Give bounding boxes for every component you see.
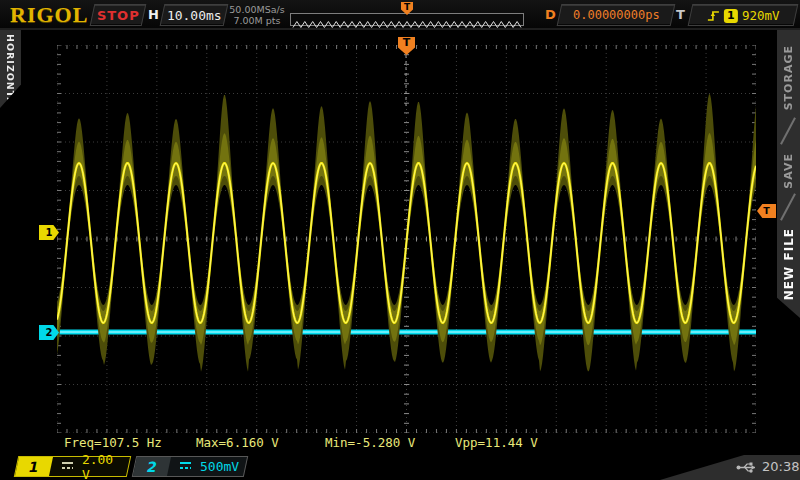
channel2-badge: 2 [133, 457, 171, 476]
dc-coupling-icon [179, 462, 192, 471]
horizontal-menu-tab[interactable]: HORIZONTAL [0, 30, 21, 108]
channel1-position-marker[interactable]: 1 [39, 225, 59, 240]
horizontal-label: H [148, 7, 159, 22]
measurement-vpp: Vpp=11.44 V [455, 435, 538, 449]
trigger-readout[interactable]: 1 920mV [688, 4, 799, 26]
menu-item-storage-label: STORAGE [782, 45, 795, 110]
run-state-label: STOP [97, 8, 140, 23]
delay-value: 0.00000000ps [573, 8, 660, 22]
run-state-indicator[interactable]: STOP [90, 4, 147, 26]
channel1-badge: 1 [15, 457, 53, 476]
usb-icon [736, 461, 760, 474]
menu-item-save-label: SAVE [782, 153, 795, 189]
delay-readout[interactable]: 0.00000000ps [557, 4, 676, 26]
rigol-logo: RIGOL [10, 2, 88, 28]
measurement-min: Min=-5.280 V [325, 435, 415, 449]
trigger-level-value: 920mV [742, 8, 780, 23]
menu-item-save[interactable]: SAVE [777, 138, 800, 204]
right-menu: STORAGE SAVE NEW FILE [777, 30, 800, 318]
oscilloscope-screen: RIGOL STOP H 10.00ms 50.00MSa/s 7.00M pt… [0, 0, 800, 480]
menu-item-storage[interactable]: STORAGE [777, 32, 800, 124]
trigger-level-marker[interactable]: T [757, 204, 776, 218]
channel2-position-marker[interactable]: 2 [39, 325, 59, 340]
trigger-edge-icon [707, 8, 720, 22]
acquisition-info: 50.00MSa/s 7.00M pts [227, 4, 287, 26]
trigger-label: T [676, 7, 685, 22]
menu-item-new-file[interactable]: NEW FILE [777, 212, 800, 316]
channel1-status-box[interactable]: 1 2.00 V [14, 456, 131, 477]
channel2-scale: 500mV [200, 459, 239, 474]
delay-label: D [545, 7, 556, 22]
trigger-source-badge: 1 [724, 8, 738, 22]
memory-depth: 7.00M pts [227, 15, 287, 26]
clock: 20:38 [762, 459, 799, 474]
preview-waveform-icon [291, 18, 523, 29]
horizontal-menu-label: HORIZONTAL [5, 34, 16, 113]
measurement-freq: Freq=107.5 Hz [64, 435, 162, 449]
graticule-display [57, 45, 756, 433]
channel1-scale: 2.00 V [82, 452, 128, 480]
sample-rate: 50.00MSa/s [227, 4, 287, 15]
status-corner: 20:38 [600, 455, 800, 480]
top-bar: RIGOL STOP H 10.00ms 50.00MSa/s 7.00M pt… [0, 0, 800, 30]
timebase-value: 10.00ms [167, 8, 222, 23]
measurement-max: Max=6.160 V [196, 435, 279, 449]
timebase-readout[interactable]: 10.00ms [160, 4, 229, 26]
dc-coupling-icon [61, 462, 74, 471]
menu-item-new-file-label: NEW FILE [782, 228, 796, 300]
channel2-status-box[interactable]: 2 500mV [132, 456, 248, 477]
